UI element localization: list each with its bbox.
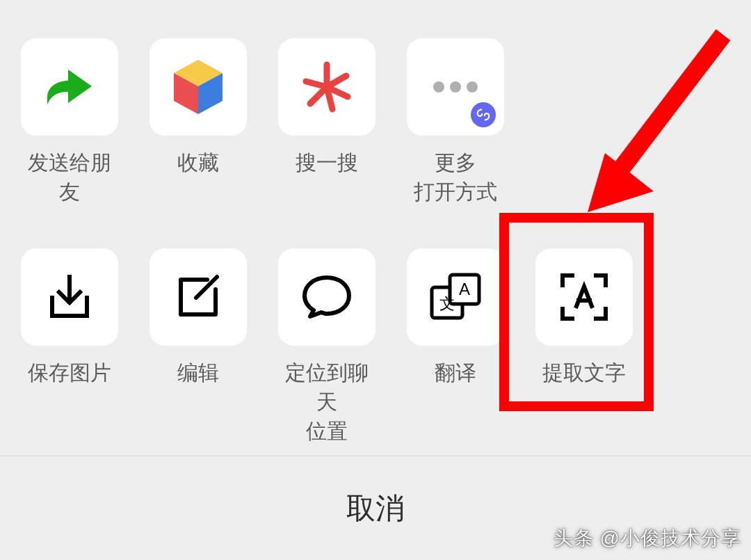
favorite-button[interactable]: 收藏 (150, 38, 247, 207)
extract-text-label: 提取文字 (542, 358, 626, 387)
svg-point-10 (433, 81, 444, 93)
svg-point-9 (322, 82, 332, 92)
edit-icon (150, 248, 247, 346)
share-icon (21, 38, 118, 136)
translate-icon: A 文 (407, 248, 504, 346)
action-grid: 发送给朋友 收藏 (0, 0, 751, 446)
translate-button[interactable]: A 文 翻译 (407, 248, 504, 446)
more-icon (407, 38, 504, 136)
action-row-1: 发送给朋友 收藏 (7, 38, 744, 207)
search-label: 搜一搜 (296, 148, 358, 177)
save-image-button[interactable]: 保存图片 (21, 248, 118, 446)
action-sheet: 发送给朋友 收藏 (0, 0, 751, 560)
locate-chat-label: 定位到聊天 位置 (278, 358, 376, 446)
send-to-friend-button[interactable]: 发送给朋友 (21, 38, 118, 207)
svg-text:文: 文 (439, 295, 455, 312)
svg-point-11 (450, 81, 461, 93)
download-icon (21, 248, 118, 346)
svg-point-12 (467, 81, 478, 93)
action-row-2: 保存图片 编辑 定位到聊天 位置 (7, 248, 744, 446)
cube-icon (150, 38, 247, 136)
search-button[interactable]: 搜一搜 (278, 38, 376, 207)
watermark-text: 头条 @小俊技术分享 (554, 525, 741, 552)
edit-button[interactable]: 编辑 (150, 248, 247, 446)
translate-label: 翻译 (435, 358, 476, 387)
miniprogram-badge-icon (471, 102, 496, 127)
chat-bubble-icon (278, 248, 376, 346)
more-open-label: 更多 打开方式 (414, 148, 497, 207)
spark-icon (278, 38, 376, 136)
edit-label: 编辑 (177, 358, 219, 387)
favorite-label: 收藏 (177, 148, 219, 177)
extract-text-button[interactable]: 提取文字 (535, 248, 633, 446)
cancel-label: 取消 (346, 489, 405, 528)
save-image-label: 保存图片 (28, 358, 111, 387)
locate-chat-button[interactable]: 定位到聊天 位置 (278, 248, 376, 446)
ocr-icon (535, 248, 633, 346)
send-to-friend-label: 发送给朋友 (21, 148, 118, 207)
more-open-button[interactable]: 更多 打开方式 (407, 38, 504, 207)
svg-text:A: A (459, 280, 470, 298)
